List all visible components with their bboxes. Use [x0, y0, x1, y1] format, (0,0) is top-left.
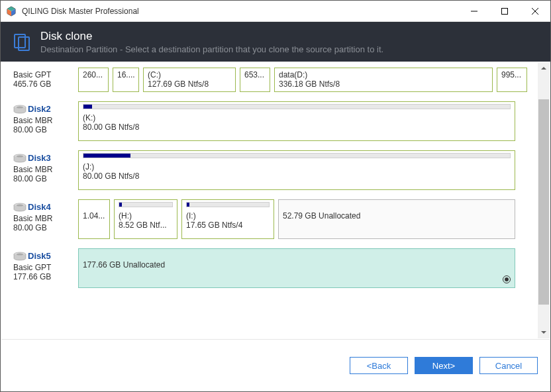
disk-size: 465.76 GB: [13, 79, 74, 89]
partition-size-label: 52.79 GB Unallocated: [283, 211, 511, 220]
partition-size-label: 17.65 GB Ntfs/4: [186, 220, 270, 230]
scroll-down-icon[interactable]: [538, 326, 550, 338]
maximize-button[interactable]: [489, 1, 520, 22]
partition-size-label: 16....: [117, 70, 134, 79]
hdd-icon: [13, 203, 26, 212]
partition-size-label: 260...: [83, 70, 104, 79]
disk-info: Disk3Basic MBR80.00 GB: [13, 150, 74, 190]
partition[interactable]: 653...: [240, 68, 270, 92]
partition-drive-letter: (C:): [148, 70, 231, 79]
partition[interactable]: (K:)80.00 GB Ntfs/8: [78, 101, 515, 141]
partition-size-label: 995...: [501, 70, 523, 79]
disk-size: 80.00 GB: [13, 125, 74, 134]
disk-info: Disk5Basic GPT177.66 GB: [13, 248, 74, 288]
usage-bar: [83, 104, 511, 109]
disk-row: Disk3Basic MBR80.00 GB(J:)80.00 GB Ntfs/…: [13, 150, 542, 190]
disk-size: 80.00 GB: [13, 174, 74, 183]
svg-point-4: [17, 106, 23, 108]
svg-point-8: [17, 204, 23, 206]
partition-group: 1.04...(H:)8.52 GB Ntf...(I:)17.65 GB Nt…: [78, 199, 542, 239]
usage-bar: [119, 202, 173, 207]
partition-group: (K:)80.00 GB Ntfs/8: [78, 101, 542, 141]
disk-type: Basic MBR: [13, 214, 74, 223]
disk-info: Disk2Basic MBR80.00 GB: [13, 101, 74, 141]
disk-row: Basic GPT465.76 GB260...16....(C:)127.69…: [13, 68, 542, 92]
back-button[interactable]: <Back: [350, 357, 408, 374]
partition-size-label: 1.04...: [83, 211, 105, 220]
disk-size: 177.66 GB: [13, 272, 74, 281]
partition-drive-letter: (J:): [83, 162, 511, 172]
close-button[interactable]: [520, 1, 550, 22]
disk-type: Basic GPT: [13, 263, 74, 272]
partition-size-label: 8.52 GB Ntf...: [119, 220, 173, 230]
wizard-footer: <Back Next> Cancel: [1, 339, 550, 391]
disk-name: Disk2: [28, 104, 51, 114]
next-button[interactable]: Next>: [415, 357, 473, 374]
disk-list: Basic GPT465.76 GB260...16....(C:)127.69…: [1, 62, 550, 338]
partition[interactable]: (I:)17.65 GB Ntfs/4: [181, 199, 274, 239]
usage-bar-fill: [83, 105, 92, 109]
scroll-up-icon[interactable]: [538, 62, 550, 74]
partition-group: (J:)80.00 GB Ntfs/8: [78, 150, 542, 190]
scrollbar-thumb[interactable]: [538, 99, 549, 305]
disk-row: Disk4Basic MBR80.00 GB1.04...(H:)8.52 GB…: [13, 199, 542, 239]
page-subtitle: Destination Partition - Select a destina…: [40, 44, 383, 54]
partition-group: 260...16....(C:)127.69 GB Ntfs/8653...da…: [78, 68, 542, 92]
partition-size-label: 177.66 GB Unallocated: [83, 260, 511, 270]
disk-size: 80.00 GB: [13, 223, 74, 232]
usage-bar-fill: [119, 203, 122, 207]
partition[interactable]: 16....: [113, 68, 139, 92]
partition[interactable]: data(D:)336.18 GB Ntfs/8: [274, 68, 493, 92]
usage-bar: [186, 202, 270, 207]
partition[interactable]: (J:)80.00 GB Ntfs/8: [78, 150, 515, 190]
partition[interactable]: (C:)127.69 GB Ntfs/8: [143, 68, 236, 92]
partition[interactable]: 995...: [497, 68, 527, 92]
disk-name: Disk3: [28, 153, 51, 163]
partition-size-label: 80.00 GB Ntfs/8: [83, 122, 511, 132]
usage-bar-fill: [83, 154, 130, 158]
disk-name: Disk5: [28, 251, 51, 261]
partition-size-label: 336.18 GB Ntfs/8: [279, 79, 488, 89]
svg-rect-0: [502, 8, 508, 14]
hdd-icon: [13, 105, 26, 114]
svg-point-10: [17, 253, 23, 255]
disk-clone-icon: [13, 32, 31, 51]
disk-type: Basic GPT: [13, 70, 74, 79]
page-title: Disk clone: [40, 30, 383, 43]
disk-info: Basic GPT465.76 GB: [13, 68, 74, 92]
partition-group: 177.66 GB Unallocated: [78, 248, 542, 288]
partition-size-label: 80.00 GB Ntfs/8: [83, 172, 511, 181]
partition-drive-letter: (K:): [83, 113, 511, 122]
partition-drive-letter: (I:): [186, 211, 270, 220]
disk-row: Disk2Basic MBR80.00 GB(K:)80.00 GB Ntfs/…: [13, 101, 542, 141]
partition[interactable]: 1.04...: [78, 199, 110, 239]
usage-bar-fill: [187, 203, 189, 207]
partition-unallocated[interactable]: 52.79 GB Unallocated: [278, 199, 515, 239]
partition-drive-letter: data(D:): [279, 70, 488, 79]
svg-point-6: [17, 155, 23, 157]
disk-info: Disk4Basic MBR80.00 GB: [13, 199, 74, 239]
partition-size-label: 653...: [244, 70, 266, 79]
hdd-icon: [13, 154, 26, 163]
app-logo-icon: [6, 6, 17, 17]
minimize-button[interactable]: [459, 1, 489, 22]
disk-row: Disk5Basic GPT177.66 GB177.66 GB Unalloc…: [13, 248, 542, 288]
titlebar: QILING Disk Master Professional: [1, 1, 550, 22]
selected-radio-icon: [503, 275, 511, 283]
window-title: QILING Disk Master Professional: [22, 7, 459, 16]
usage-bar: [83, 153, 511, 158]
scrollbar[interactable]: [538, 62, 550, 338]
page-header: Disk clone Destination Partition - Selec…: [1, 22, 550, 62]
disk-name: Disk4: [28, 202, 51, 212]
partition-size-label: 127.69 GB Ntfs/8: [148, 79, 231, 89]
disk-type: Basic MBR: [13, 116, 74, 125]
disk-type: Basic MBR: [13, 165, 74, 174]
cancel-button[interactable]: Cancel: [479, 357, 538, 374]
hdd-icon: [13, 252, 26, 261]
partition[interactable]: 260...: [78, 68, 109, 92]
partition[interactable]: (H:)8.52 GB Ntf...: [114, 199, 177, 239]
partition-drive-letter: (H:): [119, 211, 173, 220]
partition-selected[interactable]: 177.66 GB Unallocated: [78, 248, 515, 288]
